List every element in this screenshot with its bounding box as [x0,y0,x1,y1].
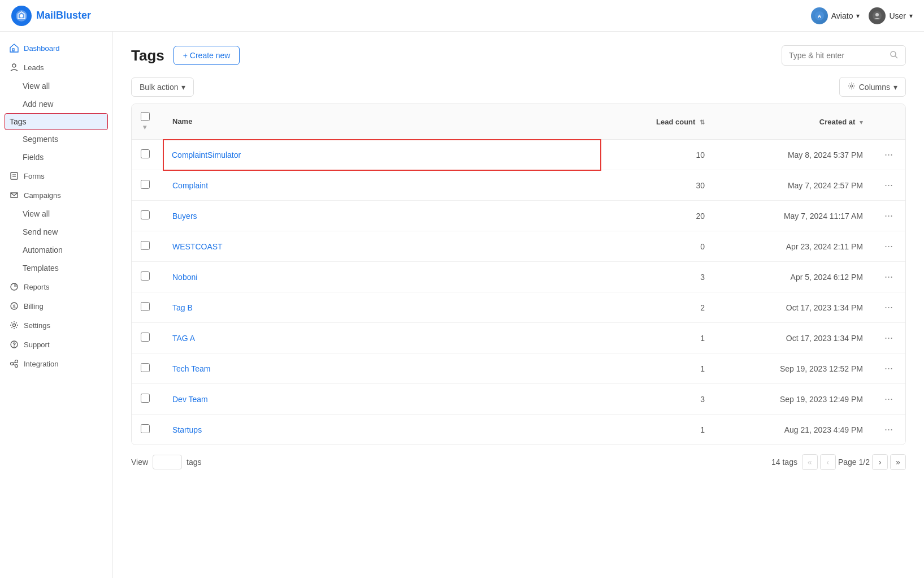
row-checkbox[interactable] [141,333,150,342]
svg-line-21 [14,364,15,365]
sidebar-label-leads-segments: Segments [23,135,58,144]
create-new-button[interactable]: + Create new [173,46,240,65]
row-checkbox[interactable] [141,149,150,158]
sidebar-label-forms: Forms [24,172,45,180]
user-account-btn[interactable]: User ▾ [869,7,913,24]
page-size-input[interactable]: 10 [153,455,182,469]
sidebar-item-leads-tags[interactable]: Tags [5,113,108,130]
tag-name-link[interactable]: Complaint [172,181,208,190]
user-avatar [869,7,886,24]
row-more-button[interactable]: ··· [881,148,896,162]
sidebar-item-campaigns-templates[interactable]: Templates [0,259,112,277]
row-checkbox[interactable] [141,394,150,403]
sidebar-label-settings: Settings [24,321,50,330]
select-all-checkbox[interactable] [141,112,150,121]
col-header-name: Name [163,104,601,140]
tag-name-link[interactable]: Startups [172,425,202,434]
tag-name-link[interactable]: Noboni [172,273,197,282]
sidebar-item-dashboard[interactable]: Dashboard [0,38,112,58]
row-checkbox[interactable] [141,424,150,433]
columns-label: Columns [859,83,890,92]
sidebar-item-forms[interactable]: Forms [0,166,112,186]
row-more-button[interactable]: ··· [881,392,896,406]
col-header-lead-count[interactable]: Lead count ⇅ [601,104,714,140]
sidebar-item-support[interactable]: Support [0,335,112,354]
page-nav: « ‹ Page 1/2 › » [802,454,906,470]
sidebar-label-leads-fields: Fields [23,153,44,162]
columns-button[interactable]: Columns ▾ [839,77,906,97]
row-more-button[interactable]: ··· [881,270,896,284]
sidebar-item-leads-fields[interactable]: Fields [0,148,112,166]
sidebar-item-campaigns-sendnew[interactable]: Send new [0,223,112,241]
lead-count-cell: 2 [601,292,714,323]
logo-area: MailBluster [11,6,91,26]
tag-name-link[interactable]: TAG A [172,334,195,343]
aviato-account-btn[interactable]: A Aviato ▾ [811,7,860,24]
page-label: Page 1/2 [838,458,870,467]
row-more-button[interactable]: ··· [881,300,896,314]
row-checkbox[interactable] [141,210,150,219]
tag-name-link[interactable]: ComplaintSimulator [172,150,241,159]
table-row: WESTCOAST0Apr 23, 2024 2:11 PM··· [132,231,905,262]
tag-name-link[interactable]: WESTCOAST [172,242,223,251]
row-more-button[interactable]: ··· [881,178,896,192]
sidebar-item-leads-addnew[interactable]: Add new [0,95,112,113]
row-more-button[interactable]: ··· [881,209,896,223]
sidebar-item-integration[interactable]: Integration [0,354,112,373]
col-header-created-at[interactable]: Created at ▾ [714,104,872,140]
page-header: Tags + Create new [131,45,906,66]
row-more-button[interactable]: ··· [881,361,896,376]
row-checkbox[interactable] [141,271,150,281]
lead-count-cell: 0 [601,231,714,262]
header: MailBluster A Aviato ▾ User ▾ [0,0,924,32]
row-more-button[interactable]: ··· [881,331,896,345]
svg-point-22 [891,51,896,57]
search-input[interactable] [789,51,890,60]
sidebar-label-reports: Reports [24,283,50,291]
table-row: ComplaintSimulator10May 8, 2024 5:37 PM·… [132,140,905,170]
sidebar-item-leads-viewall[interactable]: View all [0,77,112,95]
sidebar-label-leads-addnew: Add new [23,100,53,109]
svg-line-23 [895,56,897,58]
sidebar-label-integration: Integration [24,360,58,368]
sidebar-label-campaigns: Campaigns [24,191,61,200]
sidebar-item-leads[interactable]: Leads [0,58,112,77]
bulk-action-chevron-icon: ▾ [181,83,185,92]
prev-page-button[interactable]: ‹ [820,454,836,470]
row-checkbox[interactable] [141,180,150,189]
sidebar-item-campaigns-automation[interactable]: Automation [0,241,112,259]
pagination-right: 14 tags « ‹ Page 1/2 › » [771,454,906,470]
first-page-button[interactable]: « [802,454,818,470]
table-row: Complaint30May 7, 2024 2:57 PM··· [132,170,905,201]
row-checkbox[interactable] [141,302,150,311]
sidebar-item-billing[interactable]: $ Billing [0,296,112,316]
last-page-button[interactable]: » [890,454,906,470]
created-at-cell: Oct 17, 2023 1:34 PM [714,323,872,353]
sidebar-item-campaigns-viewall[interactable]: View all [0,205,112,223]
settings-icon [9,320,19,330]
user-chevron-icon: ▾ [909,12,913,20]
tags-label: tags [186,458,201,467]
sidebar-item-leads-segments[interactable]: Segments [0,130,112,148]
lead-count-cell: 20 [601,201,714,231]
sidebar-item-campaigns[interactable]: Campaigns [0,186,112,205]
tag-name-link[interactable]: Dev Team [172,395,208,404]
svg-rect-6 [12,49,14,51]
row-more-button[interactable]: ··· [881,422,896,437]
table-row: Tag B2Oct 17, 2023 1:34 PM··· [132,292,905,323]
row-checkbox[interactable] [141,241,150,250]
tag-name-link[interactable]: Tag B [172,303,193,312]
created-at-cell: Sep 19, 2023 12:49 PM [714,384,872,415]
svg-point-24 [851,85,853,87]
person-icon [9,62,19,72]
bulk-action-button[interactable]: Bulk action ▾ [131,77,194,97]
sidebar-label-billing: Billing [24,302,44,310]
next-page-button[interactable]: › [872,454,888,470]
sidebar-item-settings[interactable]: Settings [0,316,112,335]
tag-name-link[interactable]: Tech Team [172,364,210,373]
sidebar-item-reports[interactable]: Reports [0,277,112,296]
row-checkbox[interactable] [141,363,150,372]
svg-line-20 [14,362,15,363]
row-more-button[interactable]: ··· [881,239,896,253]
tag-name-link[interactable]: Buyers [172,212,197,221]
